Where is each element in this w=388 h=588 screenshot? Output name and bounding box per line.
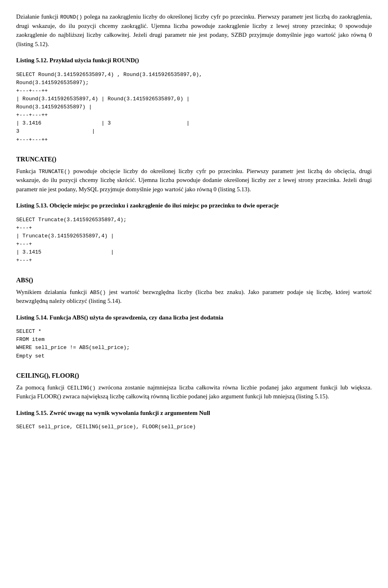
abs-label: ABS() <box>16 277 33 283</box>
listing-5-12-label: Listing 5.12. <box>16 57 48 63</box>
listing-5-13-label: Listing 5.13. <box>16 202 48 209</box>
listing-5-12-title: Listing 5.12. Przykład użycia funkcji RO… <box>16 56 372 65</box>
ceiling-floor-label: CEILING(), FLOOR() <box>16 372 79 379</box>
listing-5-14-title-text: Funkcja ABS() użyta do sprawdzenia, czy … <box>48 314 224 321</box>
listing-5-12-title-text: Przykład użycia funkcji ROUND() <box>48 57 139 63</box>
ceiling-floor-paragraph: Za pomocą funkcji CEILING() zwrócona zos… <box>16 383 372 401</box>
listing-5-14-label: Listing 5.14. <box>16 314 48 321</box>
truncate-func-inline: TRUNCATE() <box>39 169 70 175</box>
listing-5-14-title: Listing 5.14. Funkcja ABS() użyta do spr… <box>16 313 372 322</box>
abs-paragraph: Wynikiem działania funkcji ABS() jest wa… <box>16 288 372 306</box>
ceiling-floor-title: CEILING(), FLOOR() <box>16 371 372 381</box>
ceiling-func-inline: CEILING() <box>67 385 95 391</box>
truncate-paragraph: Funkcja TRUNCATE() powoduje obcięcie lic… <box>16 167 372 194</box>
listing-5-13-code: SELECT Truncate(3.1415926535897,4); +---… <box>16 213 372 268</box>
listing-5-15-code: SELECT sell_price, CEILING(sell_price), … <box>16 420 372 434</box>
abs-func-inline: ABS() <box>90 290 106 296</box>
listing-5-12-code: SELECT Round(3.1415926535897,4) , Round(… <box>16 68 372 147</box>
listing-5-13-title: Listing 5.13. Obcięcie miejsc po przecin… <box>16 201 372 210</box>
listing-5-15-title-text: Zwróć uwagę na wynik wywołania funkcji z… <box>48 410 210 416</box>
listing-5-14-code: SELECT * FROM item WHERE sell_price != A… <box>16 324 372 364</box>
listing-5-15-label: Listing 5.15. <box>16 410 48 416</box>
main-content: Działanie funkcji ROUND() polega na zaok… <box>16 12 372 434</box>
round-func-inline: ROUND() <box>60 14 82 20</box>
intro-paragraph: Działanie funkcji ROUND() polega na zaok… <box>16 12 372 49</box>
truncate-title: TRUNCATE() <box>16 154 372 164</box>
abs-title: ABS() <box>16 275 372 285</box>
listing-5-15-title: Listing 5.15. Zwróć uwagę na wynik wywoł… <box>16 408 372 418</box>
truncate-label: TRUNCATE() <box>16 156 56 163</box>
listing-5-13-title-text: Obcięcie miejsc po przecinku i zaokrągle… <box>48 202 279 209</box>
